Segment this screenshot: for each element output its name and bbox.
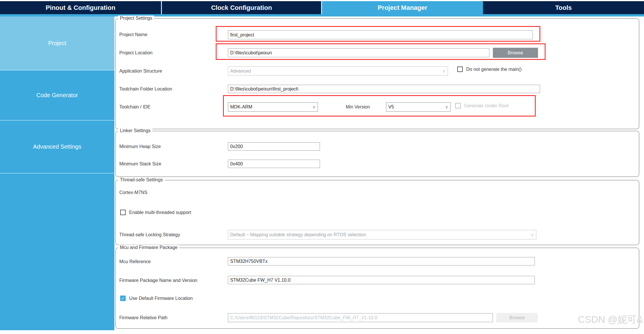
active-tab-underline [0,14,644,16]
sidebar-item-project[interactable]: Project [0,16,114,70]
mcu-reference-input[interactable]: STM32H750VBTx [228,257,535,265]
core-context-label: Cortex-M7NS [119,190,147,195]
min-version-label: Min Version [346,104,370,110]
thread-safe-settings-groupbox: Thread-safe Settings Cortex-M7NS Enable … [115,180,639,245]
top-tab-bar: Pinout & Configuration Clock Configurati… [0,1,644,14]
sidebar-divider [0,173,114,174]
firmware-package-label: Firmware Package Name and Version [119,278,197,283]
stm32cubemx-project-manager-window: Pinout & Configuration Clock Configurati… [0,0,644,334]
chevron-down-icon: ∨ [312,104,316,110]
use-default-firmware-location-label: Use Default Firmware Location [129,296,193,301]
toolchain-folder-location-input[interactable]: D:\files\cubot\peixun\first_project\ [228,85,540,93]
application-structure-dropdown[interactable]: Advanced ∨ [228,67,448,75]
toolchain-ide-label: Toolchain / IDE [119,104,151,110]
tab-project-manager[interactable]: Project Manager [322,1,483,14]
min-version-value: V5 [388,104,394,110]
chevron-down-icon: ∨ [445,104,448,110]
toolchain-ide-dropdown[interactable]: MDK-ARM ∨ [228,102,318,112]
use-default-firmware-location-checkbox[interactable]: ✓ [120,296,126,301]
do-not-generate-main-label: Do not generate the main() [466,67,522,72]
firmware-relative-path-input[interactable]: C:/Users/86153/STM32Cube/Repository/STM3… [228,313,493,322]
firmware-relative-path-browse-button[interactable]: Browse [496,313,538,322]
sidebar-item-code-generator[interactable]: Code Generator [0,71,114,120]
toolchain-folder-location-label: Toolchain Folder Location [119,86,172,92]
enable-multi-threaded-checkbox[interactable] [120,210,126,215]
firmware-package-input[interactable]: STM32Cube FW_H7 V1.10.0 [228,276,535,284]
locking-strategy-label: Thread-safe Locking Strategy [119,232,180,237]
tab-tools[interactable]: Tools [483,1,644,14]
project-settings-title: Project Settings [118,16,154,21]
project-name-input[interactable]: first_project [228,30,533,39]
linker-settings-groupbox: Linker Settings Minimum Heap Size 0x200 … [115,131,639,177]
project-manager-sidebar: Project Code Generator Advanced Settings [0,16,114,330]
minimum-heap-size-input[interactable]: 0x200 [228,142,320,151]
thread-safe-settings-title: Thread-safe Settings [118,177,165,182]
do-not-generate-main-checkbox[interactable] [457,67,463,72]
tab-clock-configuration[interactable]: Clock Configuration [162,1,321,14]
chevron-down-icon: ∨ [531,232,534,237]
mcu-reference-label: Mcu Reference [119,259,151,264]
application-structure-value: Advanced [230,69,251,74]
firmware-relative-path-label: Firmware Relative Path [119,315,167,320]
enable-multi-threaded-label: Enable multi-threaded support [129,210,191,215]
checkmark-icon: ✓ [121,296,125,301]
application-structure-label: Application Structure [119,69,162,74]
csdn-watermark: CSDN @妮可& [578,313,643,326]
generate-under-root-label: Generate Under Root [464,103,508,108]
minimum-stack-size-input[interactable]: 0x400 [228,160,320,168]
linker-settings-title: Linker Settings [118,128,152,133]
generate-under-root-checkbox[interactable] [455,103,461,108]
minimum-stack-size-label: Minimum Stack Size [119,161,161,167]
locking-strategy-value: Default − Mapping suitable strategy depe… [230,232,367,237]
chevron-down-icon: ∨ [442,69,446,74]
locking-strategy-dropdown[interactable]: Default − Mapping suitable strategy depe… [228,230,536,239]
min-version-dropdown[interactable]: V5 ∨ [386,102,451,112]
toolchain-ide-value: MDK-ARM [230,104,252,110]
mcu-firmware-groupbox: Mcu and Firmware Package Mcu Reference S… [115,248,639,329]
project-location-browse-button[interactable]: Browse [493,48,538,58]
tab-pinout-configuration[interactable]: Pinout & Configuration [0,1,161,14]
project-location-label: Project Location [119,50,153,56]
sidebar-item-advanced-settings[interactable]: Advanced Settings [0,121,114,173]
mcu-firmware-title: Mcu and Firmware Package [118,245,179,250]
project-settings-groupbox: Project Settings Project Name first_proj… [115,18,639,129]
project-location-input[interactable]: D:\files\cubot\peixun [228,48,489,57]
project-name-label: Project Name [119,32,147,37]
minimum-heap-size-label: Minimum Heap Size [119,144,161,149]
